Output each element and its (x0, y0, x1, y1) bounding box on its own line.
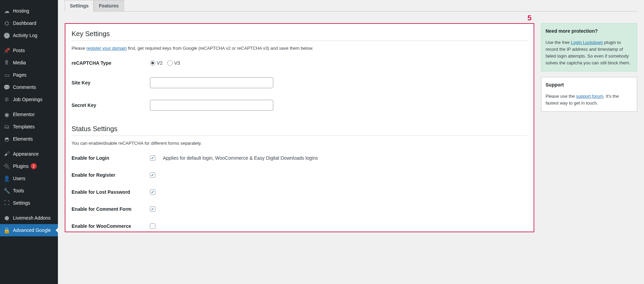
sidebar-item-label: Settings (13, 200, 30, 206)
sidebar-item-label: Comments (13, 84, 36, 90)
sidebar-item-appearance[interactable]: 🖌Appearance (0, 148, 58, 160)
need-protection-title: Need more protection? (546, 28, 633, 35)
secret-key-input[interactable] (150, 100, 273, 111)
sidebar-item-users[interactable]: 👤Users (0, 172, 58, 185)
plug-icon: 🔌 (3, 163, 10, 170)
enable-checkbox[interactable] (150, 223, 155, 229)
radio-icon (167, 60, 173, 66)
folder-icon: 🗂 (3, 123, 10, 130)
comment-icon: 💬 (3, 84, 10, 91)
admin-sidebar: ☁Hosting⌬Dashboard🕘Activity Log📌Posts🎚Me… (0, 0, 58, 284)
radio-icon (150, 60, 155, 66)
sidebar-item-label: Livemesh Addons (13, 215, 51, 221)
sidebar-item-media[interactable]: 🎚Media (0, 57, 58, 69)
sidebar-item-label: Tools (13, 188, 24, 193)
status-settings-desc: You can enable/disable reCAPTCHA for dif… (72, 141, 527, 146)
site-key-input[interactable] (150, 77, 273, 88)
clock-icon: 🕘 (3, 32, 10, 39)
sidebar-item-label: Users (13, 176, 26, 181)
recaptcha-type-label: reCAPTCHA Type (72, 60, 150, 66)
status-row: Enable for Comment Form (72, 206, 527, 212)
sidebar-item-label: Dashboard (13, 20, 36, 26)
cloud-icon: ☁ (3, 7, 10, 14)
status-row-label: Enable for Comment Form (72, 206, 150, 212)
sidebar-item-settings[interactable]: ⛶Settings (0, 197, 58, 209)
status-row: Enable for Lost Password (72, 189, 527, 195)
sidebar-item-label: Job Openings (13, 97, 42, 102)
sidebar-item-label: Elementor (13, 112, 35, 117)
recaptcha-type-v2[interactable]: V2 (150, 60, 163, 66)
cube-icon: ⬢ (3, 215, 10, 221)
elements-icon: ◓ (3, 136, 10, 142)
sidebar-item-job-openings[interactable]: ⎚Job Openings (0, 93, 58, 106)
status-row-label: Enable for Lost Password (72, 189, 150, 195)
sidebar-item-label: Appearance (13, 151, 39, 157)
site-key-label: Site Key (72, 80, 150, 85)
sidebar-item-label: Pages (13, 72, 27, 78)
sidebar-item-templates[interactable]: 🗂Templates (0, 121, 58, 133)
secret-key-label: Secret Key (72, 102, 150, 108)
recaptcha-type-v3[interactable]: V3 (167, 60, 180, 66)
status-row: Enable for LoginApplies for default logi… (72, 155, 527, 161)
update-badge: 2 (31, 163, 37, 169)
sidebar-item-label: Activity Log (13, 33, 37, 38)
briefcase-icon: ⎚ (3, 96, 10, 103)
enable-checkbox[interactable] (150, 155, 155, 161)
step-number: 5 (527, 14, 532, 22)
sidebar-item-elementor[interactable]: ◉Elementor (0, 108, 58, 121)
user-icon: 👤 (3, 175, 10, 182)
status-row-label: Enable for Login (72, 155, 150, 161)
support-forum-link[interactable]: support forum (576, 94, 603, 99)
support-title: Support (546, 81, 633, 89)
sidebar-item-label: Elements (13, 136, 33, 142)
status-settings-title: Status Settings (72, 125, 527, 136)
tabs: Settings Features (65, 0, 637, 12)
tab-features[interactable]: Features (94, 0, 124, 12)
checkbox-note: Applies for default login, WooCommerce &… (163, 155, 318, 161)
enable-checkbox[interactable] (150, 206, 155, 212)
key-settings-title: Key Settings (72, 30, 527, 41)
sidebar-item-activity-log[interactable]: 🕘Activity Log (0, 29, 58, 42)
status-row: Enable for WooCommerce (72, 223, 527, 229)
pin-icon: 📌 (3, 47, 10, 54)
sidebar-item-livemesh-addons[interactable]: ⬢Livemesh Addons (0, 212, 58, 224)
dashboard-icon: ⌬ (3, 20, 10, 27)
sidebar-item-advanced-google[interactable]: 🔒Advanced Google (0, 224, 58, 236)
lock-icon: 🔒 (3, 227, 10, 234)
sidebar-item-elements[interactable]: ◓Elements (0, 133, 58, 145)
media-icon: 🎚 (3, 59, 10, 66)
sidebar-item-label: Posts (13, 48, 25, 53)
sidebar-item-label: Advanced Google (13, 227, 51, 233)
support-box: Support Please use the support forum. It… (541, 77, 637, 112)
sidebar-right: Need more protection? Use the free Login… (541, 23, 637, 232)
sliders-icon: ⛶ (3, 200, 10, 206)
sidebar-item-comments[interactable]: 💬Comments (0, 81, 58, 93)
settings-panel: 5 Key Settings Please register your doma… (65, 23, 534, 232)
sidebar-item-label: Media (13, 60, 26, 65)
wrench-icon: 🔧 (3, 187, 10, 194)
sidebar-item-posts[interactable]: 📌Posts (0, 44, 58, 57)
enable-checkbox[interactable] (150, 172, 155, 178)
sidebar-item-label: Templates (13, 124, 35, 129)
sidebar-item-tools[interactable]: 🔧Tools (0, 185, 58, 197)
status-row-label: Enable for Register (72, 172, 150, 178)
need-protection-box: Need more protection? Use the free Login… (541, 23, 637, 72)
enable-checkbox[interactable] (150, 189, 155, 195)
tab-settings[interactable]: Settings (65, 0, 94, 12)
login-lockdown-link[interactable]: Login Lockdown (571, 40, 603, 45)
sidebar-item-hosting[interactable]: ☁Hosting (0, 5, 58, 17)
elementor-icon: ◉ (3, 111, 10, 118)
sidebar-item-label: Hosting (13, 8, 29, 14)
page-icon: ▭ (3, 72, 10, 78)
register-domain-link[interactable]: register your domain (86, 46, 127, 51)
sidebar-item-dashboard[interactable]: ⌬Dashboard (0, 17, 58, 29)
sidebar-item-label: Plugins (13, 163, 29, 169)
status-row: Enable for Register (72, 172, 527, 178)
status-row-label: Enable for WooCommerce (72, 223, 150, 229)
brush-icon: 🖌 (3, 151, 10, 157)
key-settings-desc: Please register your domain first, get r… (72, 46, 527, 51)
sidebar-item-pages[interactable]: ▭Pages (0, 69, 58, 81)
main-content: Settings Features 5 Key Settings Please … (58, 0, 644, 284)
sidebar-item-plugins[interactable]: 🔌Plugins2 (0, 160, 58, 172)
